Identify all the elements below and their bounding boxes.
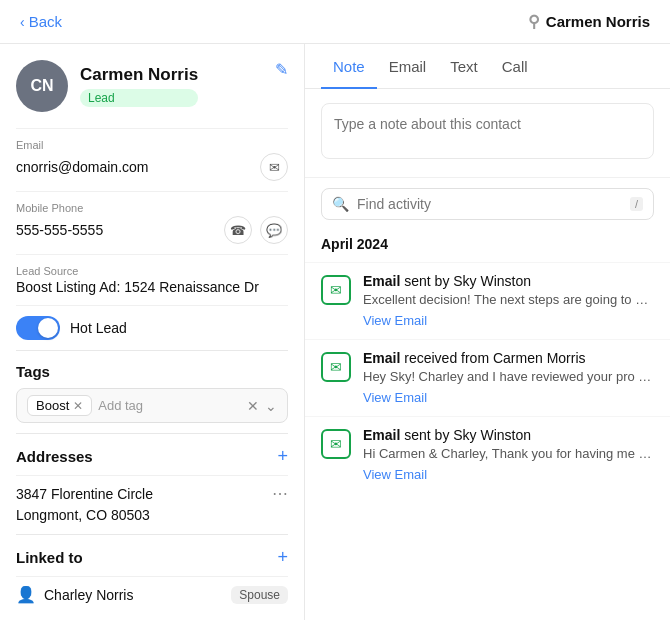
edit-icon[interactable]: ✎: [275, 60, 288, 79]
right-panel: Note Email Text Call 🔍 / April 2024 ✉: [305, 44, 670, 620]
activity-item-3: ✉ Email sent by Sky Winston Hi Carmen & …: [305, 416, 670, 493]
person-icon: 👤: [16, 585, 36, 604]
linked-to-title: Linked to: [16, 549, 83, 566]
linked-person-name: Charley Norris: [44, 587, 133, 603]
add-linked-icon[interactable]: +: [277, 547, 288, 568]
lead-source-section: Lead Source Boost Listing Ad: 1524 Renai…: [16, 254, 288, 305]
address-more-icon[interactable]: ⋯: [272, 484, 288, 503]
activity-search-row: 🔍 /: [305, 178, 670, 230]
view-email-link-1[interactable]: View Email: [363, 313, 427, 328]
add-address-icon[interactable]: +: [277, 446, 288, 467]
compose-email-icon[interactable]: ✉: [260, 153, 288, 181]
phone-row: 555-555-5555 ☎ 💬: [16, 216, 288, 244]
search-area: ⚲ Carmen Norris: [528, 12, 650, 31]
activity-body-2: Email received from Carmen Morris Hey Sk…: [363, 350, 654, 406]
activity-item-2: ✉ Email received from Carmen Morris Hey …: [305, 339, 670, 416]
email-row: cnorris@domain.com ✉: [16, 153, 288, 181]
phone-label: Mobile Phone: [16, 202, 288, 214]
left-panel: CN Carmen Norris Lead ✎ Email cnorris@do…: [0, 44, 305, 620]
tab-call[interactable]: Call: [490, 44, 540, 89]
toggle-knob: [38, 318, 58, 338]
contact-name-badge: Carmen Norris Lead: [80, 65, 198, 107]
tags-actions: ✕ ⌄: [247, 398, 277, 414]
addresses-title: Addresses: [16, 448, 93, 465]
view-email-link-3[interactable]: View Email: [363, 467, 427, 482]
chevron-left-icon: ‹: [20, 14, 25, 30]
month-header: April 2024: [305, 230, 670, 262]
phone-icons: ☎ 💬: [224, 216, 288, 244]
tags-section-header: Tags: [16, 350, 288, 388]
tags-clear-icon[interactable]: ✕: [247, 398, 259, 414]
address-line1: 3847 Florentine Circle: [16, 484, 153, 505]
activity-item-1: ✉ Email sent by Sky Winston Excellent de…: [305, 262, 670, 339]
back-label: Back: [29, 13, 62, 30]
activity-body-3: Email sent by Sky Winston Hi Carmen & Ch…: [363, 427, 654, 483]
activity-title-1: Email sent by Sky Winston: [363, 273, 654, 289]
lead-source-value: Boost Listing Ad: 1524 Renaissance Dr: [16, 279, 259, 295]
activity-email-icon-wrap-3: ✉: [321, 429, 351, 459]
view-email-link-2[interactable]: View Email: [363, 390, 427, 405]
tabs-row: Note Email Text Call: [305, 44, 670, 89]
activity-email-icon-wrap-1: ✉: [321, 275, 351, 305]
addresses-section-header: Addresses +: [16, 433, 288, 475]
email-activity-icon-2: ✉: [330, 359, 342, 375]
phone-section: Mobile Phone 555-555-5555 ☎ 💬: [16, 191, 288, 254]
linked-person: 👤 Charley Norris: [16, 585, 133, 604]
note-area: [305, 89, 670, 178]
tag-remove-icon[interactable]: ✕: [73, 399, 83, 413]
tags-row[interactable]: Boost ✕ Add tag ✕ ⌄: [16, 388, 288, 423]
linked-item: 👤 Charley Norris Spouse: [16, 576, 288, 612]
avatar: CN: [16, 60, 68, 112]
tag-chip-boost: Boost ✕: [27, 395, 92, 416]
lead-badge: Lead: [80, 89, 198, 107]
tab-email[interactable]: Email: [377, 44, 439, 89]
phone-value: 555-555-5555: [16, 222, 103, 238]
email-section: Email cnorris@domain.com ✉: [16, 128, 288, 191]
address-item: 3847 Florentine Circle Longmont, CO 8050…: [16, 475, 288, 534]
slash-shortcut-badge: /: [630, 197, 643, 211]
activity-preview-1: Excellent decision! The next steps are g…: [363, 292, 654, 307]
tab-note[interactable]: Note: [321, 44, 377, 89]
note-textarea[interactable]: [321, 103, 654, 159]
activity-preview-3: Hi Carmen & Charley, Thank you for havin…: [363, 446, 654, 461]
activity-title-bold-3: Email: [363, 427, 400, 443]
email-activity-icon-3: ✉: [330, 436, 342, 452]
activity-preview-2: Hey Sky! Charley and I have reviewed you…: [363, 369, 654, 384]
tags-placeholder[interactable]: Add tag: [98, 398, 241, 413]
tags-dropdown-icon[interactable]: ⌄: [265, 398, 277, 414]
search-name: Carmen Norris: [546, 13, 650, 30]
call-icon[interactable]: ☎: [224, 216, 252, 244]
email-value: cnorris@domain.com: [16, 159, 148, 175]
hot-lead-label: Hot Lead: [70, 320, 127, 336]
activity-title-suffix-3: sent by Sky Winston: [404, 427, 531, 443]
spouse-badge: Spouse: [231, 586, 288, 604]
activity-search-box: 🔍 /: [321, 188, 654, 220]
hot-lead-row: Hot Lead: [16, 305, 288, 350]
activity-body-1: Email sent by Sky Winston Excellent deci…: [363, 273, 654, 329]
tab-text[interactable]: Text: [438, 44, 490, 89]
address-line2: Longmont, CO 80503: [16, 505, 153, 526]
lead-source-label: Lead Source: [16, 265, 288, 277]
activity-title-bold-1: Email: [363, 273, 400, 289]
tag-label: Boost: [36, 398, 69, 413]
main-content: CN Carmen Norris Lead ✎ Email cnorris@do…: [0, 44, 670, 620]
email-label: Email: [16, 139, 288, 151]
activity-title-bold-2: Email: [363, 350, 400, 366]
email-icons: ✉: [260, 153, 288, 181]
contact-header: CN Carmen Norris Lead ✎: [16, 60, 288, 112]
linked-to-section-header: Linked to +: [16, 534, 288, 576]
search-icon: ⚲: [528, 12, 540, 31]
tags-title: Tags: [16, 363, 50, 380]
activity-title-3: Email sent by Sky Winston: [363, 427, 654, 443]
back-button[interactable]: ‹ Back: [20, 13, 62, 30]
activity-search-icon: 🔍: [332, 196, 349, 212]
lead-source-row: Boost Listing Ad: 1524 Renaissance Dr: [16, 279, 288, 295]
contact-name: Carmen Norris: [80, 65, 198, 85]
activity-email-icon-wrap-2: ✉: [321, 352, 351, 382]
activity-search-input[interactable]: [357, 196, 622, 212]
email-activity-icon-1: ✉: [330, 282, 342, 298]
sms-icon[interactable]: 💬: [260, 216, 288, 244]
hot-lead-toggle[interactable]: [16, 316, 60, 340]
activity-title-suffix-2: received from Carmen Morris: [404, 350, 585, 366]
contact-info-row: CN Carmen Norris Lead: [16, 60, 198, 112]
